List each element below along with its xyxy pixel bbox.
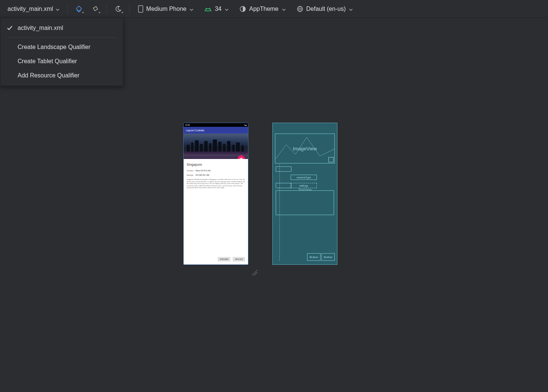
menu-item-current-config[interactable]: activity_main.xml (0, 21, 123, 35)
discard-button[interactable]: DISCARD (218, 257, 231, 261)
chevron-down-icon (189, 7, 194, 11)
row2-value: f/8 1/80 ISO 400 (196, 174, 209, 176)
row1-label: Camera (187, 169, 193, 172)
blueprint-label-1[interactable] (276, 166, 291, 172)
blueprint-button-right-label: Button (324, 255, 332, 259)
blueprint-button-right[interactable]: Button (321, 253, 335, 261)
row2-label: Settings (187, 174, 193, 176)
row1-value: Nikon D4 f5.0 240 (196, 169, 211, 172)
diamond-stack-icon (75, 5, 83, 13)
status-bar: 12:00 ▾◢ (184, 123, 248, 127)
card-title: Singapore (187, 163, 245, 166)
menu-item-add-resource[interactable]: Add Resource Qualifier (0, 68, 123, 83)
svg-line-2 (209, 8, 210, 9)
separator (129, 4, 130, 14)
rotate-icon (92, 5, 99, 13)
app-bar: Layout Codelab (184, 127, 248, 134)
svg-line-1 (206, 8, 206, 9)
orientation-toggle[interactable] (89, 2, 102, 16)
app-title: Layout Codelab (186, 129, 204, 132)
blueprint-fab-outline (328, 157, 334, 162)
locale-selector[interactable]: Default (en-us) (293, 4, 357, 14)
blueprint-label-2[interactable] (276, 183, 291, 188)
design-surface-toggle[interactable] (72, 2, 86, 16)
api-level-selector[interactable]: 34 (200, 4, 233, 14)
upload-button[interactable]: UPLOAD (233, 257, 245, 261)
menu-item-label: Add Resource Qualifier (18, 72, 79, 79)
menu-item-label: activity_main.xml (18, 25, 63, 31)
content-body: Singapore Camera Nikon D4 f5.0 240 Setti… (184, 159, 248, 265)
menu-item-label: Create Tablet Qualifier (18, 58, 77, 65)
android-icon (204, 6, 212, 12)
blueprint-camera-label: cameraType (297, 176, 311, 179)
status-icons: ▾◢ (244, 124, 247, 126)
hero-image (184, 134, 248, 159)
night-mode-toggle[interactable] (111, 2, 125, 16)
theme-selector[interactable]: AppTheme (236, 4, 290, 14)
blueprint-guideline[interactable] (279, 164, 280, 261)
chevron-down-icon (55, 7, 60, 11)
menu-divider (6, 37, 117, 38)
blueprint-textview-label: TextView (298, 188, 312, 192)
svg-line-7 (252, 270, 257, 275)
resize-handle-icon[interactable] (251, 269, 258, 276)
moon-icon (115, 6, 122, 12)
device-selector[interactable]: Medium Phone (134, 4, 198, 14)
chevron-down-icon (282, 7, 286, 11)
blueprint-settings-label: settings (299, 184, 308, 187)
separator (67, 4, 68, 14)
svg-line-8 (254, 272, 257, 275)
separator (107, 4, 107, 14)
design-toolbar: activity_main.xml Medium Phone (0, 0, 548, 18)
file-name-label: activity_main.xml (7, 6, 53, 12)
chevron-down-icon (224, 7, 229, 11)
menu-item-label: Create Landscape Qualifier (18, 44, 91, 50)
svg-rect-0 (138, 6, 143, 12)
blueprint-imageview-label: ImageView (293, 146, 317, 151)
blueprint-preview[interactable]: ImageView cameraType settings TextView B… (272, 123, 337, 265)
menu-item-create-tablet[interactable]: Create Tablet Qualifier (0, 54, 123, 68)
blueprint-textview[interactable]: TextView (276, 190, 334, 215)
file-configuration-dropdown[interactable]: activity_main.xml (4, 4, 63, 14)
blueprint-imageview[interactable]: ImageView (275, 134, 335, 163)
blueprint-camera-type[interactable]: cameraType (291, 175, 317, 180)
blueprint-button-left[interactable]: Button (307, 253, 321, 261)
api-label: 34 (215, 6, 221, 12)
blueprint-settings[interactable]: settings (291, 183, 317, 188)
theme-label: AppTheme (249, 6, 278, 12)
locale-label: Default (en-us) (306, 6, 346, 12)
configuration-dropdown-menu: activity_main.xml Create Landscape Quali… (0, 18, 123, 86)
phone-icon (138, 5, 143, 13)
description-text: Singapore officially the Republic of Sin… (187, 178, 245, 189)
blueprint-button-left-label: Button (309, 255, 318, 259)
contrast-icon (239, 6, 246, 12)
menu-item-create-landscape[interactable]: Create Landscape Qualifier (0, 40, 123, 54)
globe-icon (297, 6, 303, 12)
check-icon (6, 25, 13, 31)
chevron-down-icon (349, 7, 353, 11)
device-label: Medium Phone (146, 6, 187, 12)
design-preview[interactable]: 12:00 ▾◢ Layout Codelab (183, 123, 248, 265)
status-time: 12:00 (185, 124, 190, 126)
